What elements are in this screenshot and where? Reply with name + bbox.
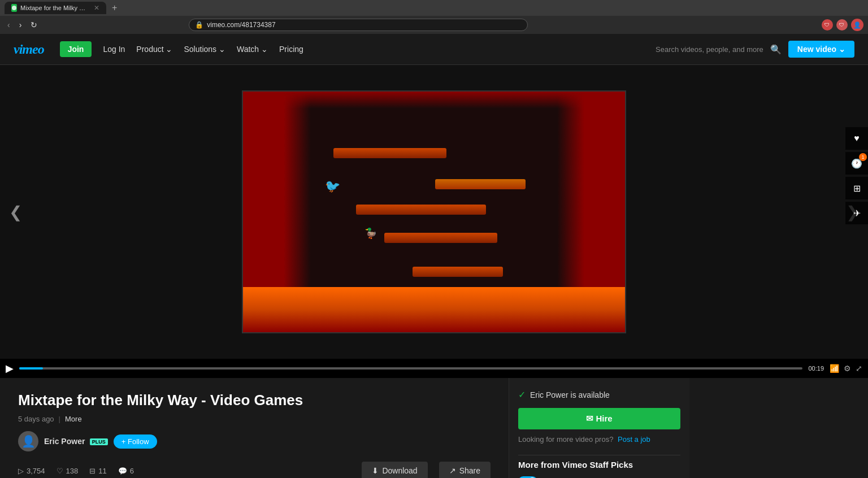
player-ctrl-icons: 📶 ⚙ ⤢ [830,364,862,373]
hire-button[interactable]: ✉ Hire [518,408,680,429]
comment-icon-small: 💬 [118,467,127,475]
author-avatar: 👤 [18,431,38,451]
sidebar: ✓ Eric Power is available ✉ Hire Looking… [509,378,689,478]
content-area: Mixtape for the Milky Way - Video Games … [0,378,868,478]
game-scene: 🐦 🦆 [242,90,626,333]
stat-collections[interactable]: ⊟ 11 [89,467,106,475]
extension-icon-2[interactable]: 🛡 [836,19,848,31]
progress-fill [19,367,43,370]
new-tab-button[interactable]: + [108,3,120,13]
main-content: Mixtape for the Milky Way - Video Games … [0,378,509,478]
share-label: Share [459,466,480,475]
stat-likes[interactable]: ♡ 138 [57,467,79,475]
nav-product[interactable]: Product ⌄ [136,45,172,54]
video-title: Mixtape for the Milky Way - Video Games [18,392,491,409]
active-tab[interactable]: Mixtape for the Milky Way - Vide... ✕ [5,2,106,14]
vimeo-navbar: vimeo Join Log In Product ⌄ Solutions ⌄ … [0,34,868,65]
post-job-link[interactable]: Post a job [618,435,650,444]
like-button[interactable]: ♥ [845,127,868,150]
platform-5 [413,267,503,277]
settings-icon[interactable]: ⚙ [844,364,851,373]
character-bird: 🐦 [325,179,340,194]
back-button[interactable]: ‹ [5,19,13,31]
stats-row: ▷ 3,754 ♡ 138 ⊟ 11 💬 6 ⬇ Download ↗ [18,462,491,478]
post-job-label: Looking for more video pros? [518,435,613,444]
progress-bar[interactable] [19,367,802,370]
author-row: 👤 Eric Power PLUS + Follow [18,431,491,451]
post-job-text: Looking for more video pros? Post a job [518,435,680,444]
search-button[interactable]: 🔍 [770,44,782,55]
available-row: ✓ Eric Power is available [518,389,680,400]
nav-solutions[interactable]: Solutions ⌄ [184,45,225,54]
nav-watch[interactable]: Watch ⌄ [237,45,268,54]
more-from-heading: More from Vimeo Staff Picks [518,460,680,470]
top-gradient [243,92,625,108]
address-bar[interactable]: 🔒 vimeo.com/481734387 [189,19,528,31]
character-player: 🦆 [364,227,377,240]
download-label: Download [382,466,417,475]
lava-bottom [243,287,625,332]
side-actions-panel: ♥ 🕐 1 ⊞ ✈ [845,127,868,224]
new-video-button[interactable]: New video ⌄ [788,41,854,58]
fullscreen-icon[interactable]: ⤢ [856,364,862,373]
comment-count: 6 [130,467,134,475]
play-button[interactable]: ▶ [6,362,14,375]
follow-button[interactable]: + Follow [114,434,157,449]
volume-bars-icon[interactable]: 📶 [830,364,839,373]
nav-search-area: Search videos, people, and more 🔍 New vi… [656,41,854,58]
user-avatar[interactable]: 👤 [851,19,863,31]
stat-comments[interactable]: 💬 6 [118,467,134,475]
prev-video-button[interactable]: ❮ [9,203,22,221]
nav-login[interactable]: Log In [103,45,125,54]
plus-badge: PLUS [90,438,108,445]
collections-icon-small: ⊟ [89,467,96,475]
video-frame[interactable]: 🐦 🦆 ♥ 🕐 1 ⊞ ✈ [0,65,868,359]
tab-title: Mixtape for the Milky Way - Vide... [20,5,88,11]
platform-2 [435,179,526,189]
author-info: Eric Power PLUS [44,436,108,446]
tab-favicon [11,4,17,12]
download-button[interactable]: ⬇ Download [362,462,427,478]
search-placeholder-text: Search videos, people, and more [656,45,763,54]
download-icon: ⬇ [372,466,379,475]
sidebar-divider [518,455,680,455]
time-display: 00:19 [808,365,824,372]
platform-1 [333,148,446,158]
collection-count: 11 [98,467,106,475]
video-meta-row: 5 days ago | More [18,415,491,423]
available-checkmark: ✓ [518,389,526,400]
tab-close-icon[interactable]: ✕ [94,4,99,12]
platform-4 [384,233,497,243]
available-text: Eric Power is available [530,390,610,399]
video-player-wrapper: 🐦 🦆 ♥ 🕐 1 ⊞ ✈ [0,65,868,378]
watch-later-badge: 1 [859,153,867,161]
share-icon: ↗ [449,466,456,475]
collections-icon: ⊞ [853,183,861,194]
url-text: vimeo.com/481734387 [207,21,275,29]
vimeo-logo[interactable]: vimeo [14,42,44,57]
send-button[interactable]: ✈ [845,202,868,224]
share-button[interactable]: ↗ Share [439,462,491,478]
send-icon: ✈ [853,208,861,219]
stat-views: ▷ 3,754 [18,467,45,475]
browser-actions: 🛡 🛡 👤 [822,19,863,31]
more-link[interactable]: More [65,415,82,423]
author-name[interactable]: Eric Power [44,437,85,446]
collections-button[interactable]: ⊞ [845,177,868,199]
join-button[interactable]: Join [60,41,92,57]
extension-icon-1[interactable]: 🛡 [822,19,833,31]
like-count: 138 [66,467,79,475]
browser-chrome: Mixtape for the Milky Way - Vide... ✕ + … [0,0,868,34]
refresh-button[interactable]: ↻ [28,19,40,31]
play-icon-small: ▷ [18,467,24,475]
view-count: 3,754 [27,467,45,475]
meta-separator: | [59,415,60,423]
heart-icon-small: ♡ [57,467,63,475]
svg-point-0 [12,6,16,10]
forward-button[interactable]: › [16,19,25,31]
heart-icon: ♥ [854,133,860,144]
player-controls-bar: ▶ 00:19 📶 ⚙ ⤢ [0,359,868,378]
watch-later-button[interactable]: 🕐 1 [845,152,868,175]
nav-pricing[interactable]: Pricing [279,45,303,54]
platform-3 [356,205,486,215]
